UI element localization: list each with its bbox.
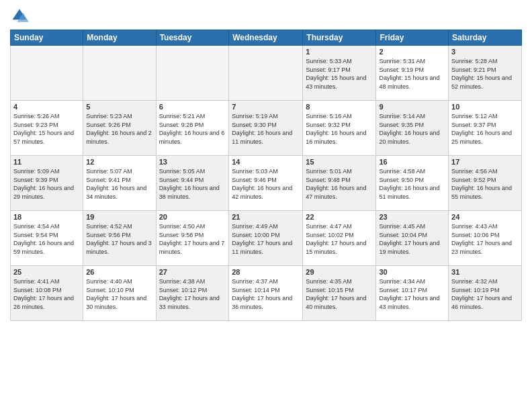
calendar-cell: 19Sunrise: 4:52 AM Sunset: 9:56 PM Dayli… <box>83 211 156 266</box>
day-number: 17 <box>451 158 519 166</box>
day-number: 8 <box>306 103 373 111</box>
calendar-week-3: 11Sunrise: 5:09 AM Sunset: 9:39 PM Dayli… <box>11 156 522 211</box>
calendar-cell: 4Sunrise: 5:26 AM Sunset: 9:23 PM Daylig… <box>11 101 83 156</box>
day-number: 9 <box>379 103 445 111</box>
day-info: Sunrise: 5:31 AM Sunset: 9:19 PM Dayligh… <box>379 57 445 91</box>
calendar-cell: 7Sunrise: 5:19 AM Sunset: 9:30 PM Daylig… <box>229 101 303 156</box>
day-info: Sunrise: 5:09 AM Sunset: 9:39 PM Dayligh… <box>13 167 80 201</box>
logo <box>10 7 32 26</box>
day-info: Sunrise: 4:34 AM Sunset: 10:17 PM Daylig… <box>379 277 445 311</box>
day-number: 10 <box>451 103 519 111</box>
logo-icon <box>10 7 29 26</box>
col-header-tuesday: Tuesday <box>156 30 229 46</box>
day-info: Sunrise: 5:23 AM Sunset: 9:26 PM Dayligh… <box>86 112 152 146</box>
day-info: Sunrise: 5:26 AM Sunset: 9:23 PM Dayligh… <box>13 112 80 146</box>
day-number: 12 <box>86 158 152 166</box>
calendar-cell: 8Sunrise: 5:16 AM Sunset: 9:32 PM Daylig… <box>303 101 376 156</box>
calendar-table: SundayMondayTuesdayWednesdayThursdayFrid… <box>10 30 522 321</box>
day-info: Sunrise: 4:45 AM Sunset: 10:04 PM Daylig… <box>379 222 445 256</box>
col-header-wednesday: Wednesday <box>229 30 303 46</box>
calendar-cell: 17Sunrise: 4:56 AM Sunset: 9:52 PM Dayli… <box>449 156 522 211</box>
day-info: Sunrise: 5:05 AM Sunset: 9:44 PM Dayligh… <box>159 167 226 201</box>
calendar-week-2: 4Sunrise: 5:26 AM Sunset: 9:23 PM Daylig… <box>11 101 522 156</box>
calendar-cell: 12Sunrise: 5:07 AM Sunset: 9:41 PM Dayli… <box>83 156 156 211</box>
calendar-cell: 16Sunrise: 4:58 AM Sunset: 9:50 PM Dayli… <box>376 156 449 211</box>
calendar-cell: 2Sunrise: 5:31 AM Sunset: 9:19 PM Daylig… <box>376 46 449 101</box>
day-number: 22 <box>306 213 373 221</box>
col-header-saturday: Saturday <box>449 30 522 46</box>
calendar-cell: 23Sunrise: 4:45 AM Sunset: 10:04 PM Dayl… <box>376 211 449 266</box>
calendar-cell: 27Sunrise: 4:38 AM Sunset: 10:12 PM Dayl… <box>156 266 229 321</box>
day-info: Sunrise: 5:12 AM Sunset: 9:37 PM Dayligh… <box>451 112 519 146</box>
calendar-week-5: 25Sunrise: 4:41 AM Sunset: 10:08 PM Dayl… <box>11 266 522 321</box>
header <box>10 7 522 26</box>
calendar-cell: 26Sunrise: 4:40 AM Sunset: 10:10 PM Dayl… <box>83 266 156 321</box>
day-number: 24 <box>451 213 519 221</box>
day-number: 26 <box>86 268 152 276</box>
calendar-cell <box>83 46 156 101</box>
day-info: Sunrise: 4:41 AM Sunset: 10:08 PM Daylig… <box>13 277 80 311</box>
day-number: 27 <box>159 268 226 276</box>
calendar-cell: 5Sunrise: 5:23 AM Sunset: 9:26 PM Daylig… <box>83 101 156 156</box>
day-number: 18 <box>13 213 80 221</box>
day-number: 16 <box>379 158 445 166</box>
day-info: Sunrise: 5:28 AM Sunset: 9:21 PM Dayligh… <box>451 57 519 91</box>
day-info: Sunrise: 5:03 AM Sunset: 9:46 PM Dayligh… <box>232 167 300 201</box>
day-number: 1 <box>306 48 373 56</box>
day-number: 2 <box>379 48 445 56</box>
day-info: Sunrise: 4:58 AM Sunset: 9:50 PM Dayligh… <box>379 167 445 201</box>
calendar-cell: 9Sunrise: 5:14 AM Sunset: 9:35 PM Daylig… <box>376 101 449 156</box>
calendar-cell <box>229 46 303 101</box>
calendar-header-row: SundayMondayTuesdayWednesdayThursdayFrid… <box>11 30 522 46</box>
calendar-cell: 22Sunrise: 4:47 AM Sunset: 10:02 PM Dayl… <box>303 211 376 266</box>
day-info: Sunrise: 5:16 AM Sunset: 9:32 PM Dayligh… <box>306 112 373 146</box>
day-number: 30 <box>379 268 445 276</box>
day-number: 29 <box>306 268 373 276</box>
calendar-cell: 25Sunrise: 4:41 AM Sunset: 10:08 PM Dayl… <box>11 266 83 321</box>
calendar-cell: 20Sunrise: 4:50 AM Sunset: 9:58 PM Dayli… <box>156 211 229 266</box>
calendar-cell: 1Sunrise: 5:33 AM Sunset: 9:17 PM Daylig… <box>303 46 376 101</box>
day-info: Sunrise: 4:40 AM Sunset: 10:10 PM Daylig… <box>86 277 152 311</box>
day-info: Sunrise: 4:32 AM Sunset: 10:19 PM Daylig… <box>451 277 519 311</box>
day-number: 14 <box>232 158 300 166</box>
day-info: Sunrise: 5:01 AM Sunset: 9:48 PM Dayligh… <box>306 167 373 201</box>
day-number: 5 <box>86 103 152 111</box>
calendar-week-4: 18Sunrise: 4:54 AM Sunset: 9:54 PM Dayli… <box>11 211 522 266</box>
day-info: Sunrise: 4:50 AM Sunset: 9:58 PM Dayligh… <box>159 222 226 256</box>
day-info: Sunrise: 4:37 AM Sunset: 10:14 PM Daylig… <box>232 277 300 311</box>
col-header-monday: Monday <box>83 30 156 46</box>
day-number: 7 <box>232 103 300 111</box>
day-number: 23 <box>379 213 445 221</box>
calendar-cell: 21Sunrise: 4:49 AM Sunset: 10:00 PM Dayl… <box>229 211 303 266</box>
day-number: 28 <box>232 268 300 276</box>
day-info: Sunrise: 4:43 AM Sunset: 10:06 PM Daylig… <box>451 222 519 256</box>
day-info: Sunrise: 5:07 AM Sunset: 9:41 PM Dayligh… <box>86 167 152 201</box>
calendar-cell: 6Sunrise: 5:21 AM Sunset: 9:28 PM Daylig… <box>156 101 229 156</box>
calendar-cell: 3Sunrise: 5:28 AM Sunset: 9:21 PM Daylig… <box>449 46 522 101</box>
col-header-friday: Friday <box>376 30 449 46</box>
day-info: Sunrise: 5:14 AM Sunset: 9:35 PM Dayligh… <box>379 112 445 146</box>
day-info: Sunrise: 5:33 AM Sunset: 9:17 PM Dayligh… <box>306 57 373 91</box>
col-header-thursday: Thursday <box>303 30 376 46</box>
calendar-cell <box>11 46 83 101</box>
day-info: Sunrise: 5:19 AM Sunset: 9:30 PM Dayligh… <box>232 112 300 146</box>
day-number: 3 <box>451 48 519 56</box>
col-header-sunday: Sunday <box>11 30 83 46</box>
day-number: 15 <box>306 158 373 166</box>
calendar-cell: 24Sunrise: 4:43 AM Sunset: 10:06 PM Dayl… <box>449 211 522 266</box>
calendar-cell <box>156 46 229 101</box>
day-info: Sunrise: 4:56 AM Sunset: 9:52 PM Dayligh… <box>451 167 519 201</box>
day-number: 21 <box>232 213 300 221</box>
day-number: 4 <box>13 103 80 111</box>
day-number: 25 <box>13 268 80 276</box>
day-info: Sunrise: 4:47 AM Sunset: 10:02 PM Daylig… <box>306 222 373 256</box>
page: SundayMondayTuesdayWednesdayThursdayFrid… <box>0 0 532 411</box>
day-number: 20 <box>159 213 226 221</box>
day-number: 6 <box>159 103 226 111</box>
day-number: 13 <box>159 158 226 166</box>
calendar-cell: 10Sunrise: 5:12 AM Sunset: 9:37 PM Dayli… <box>449 101 522 156</box>
day-info: Sunrise: 4:35 AM Sunset: 10:15 PM Daylig… <box>306 277 373 311</box>
calendar-cell: 30Sunrise: 4:34 AM Sunset: 10:17 PM Dayl… <box>376 266 449 321</box>
day-number: 19 <box>86 213 152 221</box>
calendar-week-1: 1Sunrise: 5:33 AM Sunset: 9:17 PM Daylig… <box>11 46 522 101</box>
